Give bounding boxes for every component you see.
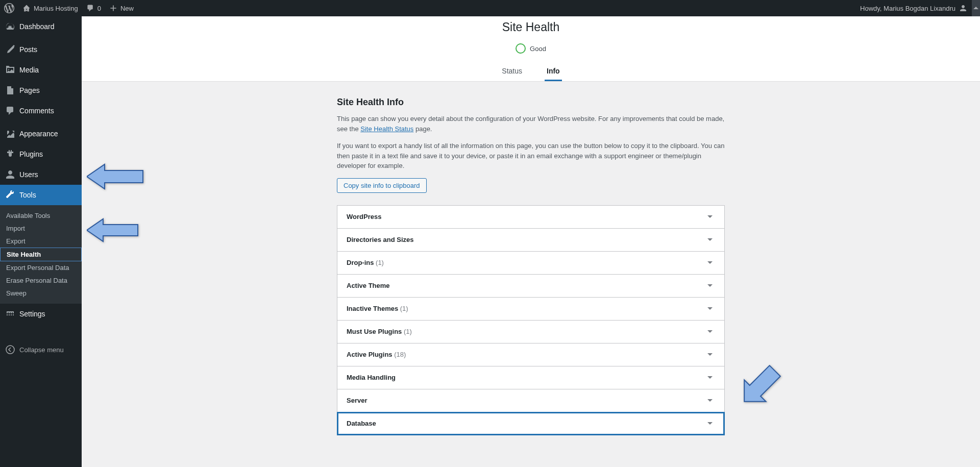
sidebar-item-posts[interactable]: Posts: [0, 39, 82, 60]
new-label: New: [120, 5, 134, 12]
accordion-item-active-plugins[interactable]: Active Plugins (18): [337, 343, 724, 366]
sidebar-item-tools[interactable]: Tools: [0, 185, 82, 205]
accordion-item-inactive-themes[interactable]: Inactive Themes (1): [337, 298, 724, 321]
tab-status[interactable]: Status: [500, 62, 524, 81]
sidebar-item-plugins[interactable]: Plugins: [0, 144, 82, 164]
sidebar-item-settings[interactable]: Settings: [0, 304, 82, 324]
main-content: Site Health Good Status Info Site Health…: [82, 16, 980, 451]
chevron-down-icon: [705, 304, 715, 314]
submenu-site-health[interactable]: Site Health: [0, 248, 82, 261]
accordion-count: (1): [376, 259, 384, 266]
admin-sidebar: Dashboard Posts Media Pages Comments App…: [0, 16, 82, 451]
page-header: Site Health Good Status Info: [82, 16, 980, 82]
accordion-item-drop-ins[interactable]: Drop-ins (1): [337, 252, 724, 275]
new-content-link[interactable]: New: [105, 0, 138, 16]
annotation-arrow-database: [735, 360, 786, 412]
health-circle-icon: [516, 43, 526, 54]
sidebar-item-pages[interactable]: Pages: [0, 80, 82, 101]
chevron-down-icon: [705, 373, 715, 383]
accordion: WordPressDirectories and SizesDrop-ins (…: [337, 205, 725, 435]
accordion-count: (1): [400, 305, 408, 312]
accordion-label: Active Theme: [347, 282, 390, 289]
accordion-label: Directories and Sizes: [347, 236, 414, 243]
info-paragraph-2: If you want to export a handy list of al…: [337, 141, 725, 171]
accordion-item-database[interactable]: Database: [337, 412, 724, 435]
sidebar-item-comments[interactable]: Comments: [0, 101, 82, 121]
tabs: Status Info: [82, 62, 980, 81]
chevron-down-icon: [705, 235, 715, 245]
accordion-label: Database: [347, 420, 376, 427]
svg-point-0: [8, 69, 9, 70]
submenu-export[interactable]: Export: [0, 235, 82, 248]
chevron-down-icon: [705, 212, 715, 222]
chevron-down-icon: [705, 350, 715, 360]
svg-point-1: [6, 346, 14, 354]
howdy-account[interactable]: Howdy, Marius Bogdan Lixandru: [856, 4, 972, 13]
chevron-down-icon: [705, 419, 715, 429]
admin-bar: Marius Hosting 0 New Howdy, Marius Bogda…: [0, 0, 980, 16]
accordion-count: (1): [404, 328, 412, 335]
tools-submenu: Available Tools Import Export Site Healt…: [0, 205, 82, 304]
accordion-label: Drop-ins (1): [347, 259, 384, 266]
submenu-import[interactable]: Import: [0, 222, 82, 235]
submenu-erase-personal[interactable]: Erase Personal Data: [0, 274, 82, 287]
accordion-label: Server: [347, 397, 367, 404]
accordion-label: Media Handling: [347, 374, 396, 381]
copy-site-info-button[interactable]: Copy site info to clipboard: [337, 178, 427, 193]
accordion-label: Active Plugins (18): [347, 351, 406, 358]
sidebar-item-users[interactable]: Users: [0, 164, 82, 185]
health-status-label: Good: [530, 45, 546, 53]
accordion-label: Must Use Plugins (1): [347, 328, 412, 335]
info-paragraph-1: This page can show you every detail abou…: [337, 114, 725, 134]
accordion-item-wordpress[interactable]: WordPress: [337, 206, 724, 229]
submenu-sweep[interactable]: Sweep: [0, 287, 82, 300]
chevron-down-icon: [705, 281, 715, 291]
top-arrow-toggle[interactable]: [972, 0, 980, 16]
accordion-item-must-use-plugins[interactable]: Must Use Plugins (1): [337, 321, 724, 343]
info-title: Site Health Info: [337, 97, 725, 108]
site-name-link[interactable]: Marius Hosting: [18, 0, 82, 16]
accordion-item-server[interactable]: Server: [337, 389, 724, 412]
comment-count: 0: [97, 5, 101, 12]
chevron-down-icon: [705, 327, 715, 337]
sidebar-item-dashboard[interactable]: Dashboard: [0, 16, 82, 37]
page-title: Site Health: [82, 16, 980, 39]
sidebar-item-media[interactable]: Media: [0, 60, 82, 80]
submenu-available-tools[interactable]: Available Tools: [0, 209, 82, 222]
annotation-arrow-site-health: [87, 217, 143, 244]
accordion-item-media-handling[interactable]: Media Handling: [337, 366, 724, 389]
content-body: Site Health Info This page can show you …: [327, 82, 735, 451]
chevron-down-icon: [705, 396, 715, 406]
collapse-menu[interactable]: Collapse menu: [0, 339, 82, 360]
health-status: Good: [82, 39, 980, 62]
site-name: Marius Hosting: [34, 5, 78, 12]
comments-link[interactable]: 0: [82, 0, 105, 16]
wp-logo[interactable]: [0, 0, 18, 16]
accordion-label: WordPress: [347, 213, 381, 220]
site-health-status-link[interactable]: Site Health Status: [360, 125, 413, 133]
accordion-item-directories-and-sizes[interactable]: Directories and Sizes: [337, 229, 724, 252]
tab-info[interactable]: Info: [545, 62, 562, 81]
accordion-label: Inactive Themes (1): [347, 305, 408, 312]
sidebar-item-appearance[interactable]: Appearance: [0, 124, 82, 144]
annotation-arrow-tools: [87, 162, 148, 192]
accordion-count: (18): [394, 351, 406, 358]
howdy-text: Howdy, Marius Bogdan Lixandru: [860, 5, 955, 12]
submenu-export-personal[interactable]: Export Personal Data: [0, 261, 82, 274]
chevron-down-icon: [705, 258, 715, 268]
accordion-item-active-theme[interactable]: Active Theme: [337, 275, 724, 298]
